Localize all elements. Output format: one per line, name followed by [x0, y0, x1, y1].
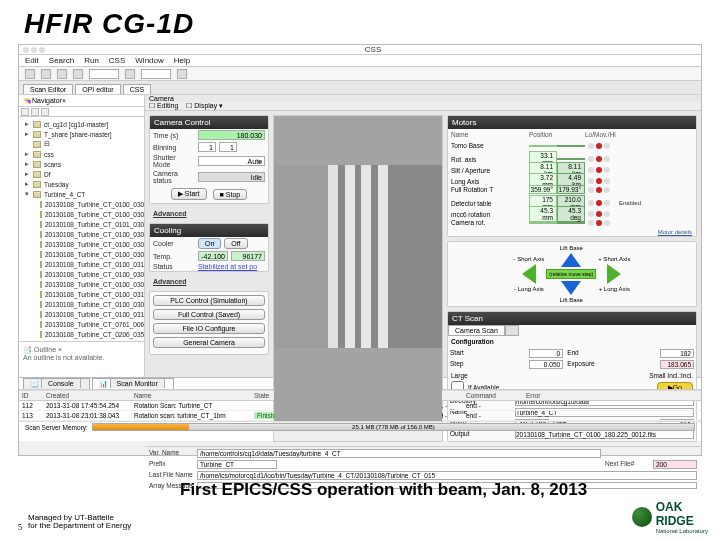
- tree-item[interactable]: 20130108_Turbine_CT_0100_030.250_0009.fi…: [23, 269, 142, 279]
- stop-button[interactable]: ■ Stop: [213, 189, 248, 200]
- cooling-status: Stabilized at set po: [198, 263, 257, 270]
- tab-camera-scan[interactable]: Camera Scan: [448, 325, 505, 336]
- tree-item[interactable]: ▸ct_cg1d [cg1d-master]: [23, 119, 142, 129]
- window-title: CSS: [365, 45, 381, 54]
- camera-control-panel: Camera Control Time (s)180.030 Binning11…: [149, 115, 269, 204]
- motor-row: Long Axis3.72 mm4.49 km: [448, 173, 696, 184]
- motor-row: Rot. axis33.1 mm: [448, 151, 696, 162]
- nav-link-icon[interactable]: [31, 108, 39, 116]
- tree-item[interactable]: ▸Tuesday: [23, 179, 142, 189]
- tab-other-scan[interactable]: [505, 325, 519, 336]
- bin-y-field[interactable]: 1: [219, 142, 237, 152]
- motor-row: Detector table175 mm210.0 mmEnabled: [448, 195, 696, 206]
- cooler-off-button[interactable]: Off: [224, 238, 247, 249]
- scan-step[interactable]: 0.050: [529, 360, 563, 369]
- nav-menu-icon[interactable]: [41, 108, 49, 116]
- scan-end[interactable]: 182: [660, 349, 694, 358]
- toolbar-icon[interactable]: [125, 69, 135, 79]
- tree-item[interactable]: 20130108_Turbine_CT_0100_031.000_0009.fi…: [23, 259, 142, 269]
- tree-item[interactable]: 20130108_Turbine_CT_0100_030.000_0004.fi…: [23, 249, 142, 259]
- tree-item[interactable]: 20130108_Turbine_CT_0100_031.250_0010.fi…: [23, 289, 142, 299]
- plc-control-button[interactable]: PLC Control (Simulation): [153, 295, 265, 306]
- tree-item[interactable]: 20130108_Turbine_CT_0761_006.425_0012.fi…: [23, 319, 142, 329]
- menubar: Edit Search Run CSS Window Help: [19, 55, 701, 67]
- slide-title: HFIR CG-1D: [0, 0, 720, 46]
- scan-start[interactable]: 0: [529, 349, 563, 358]
- general-camera-button[interactable]: General Camera: [153, 337, 265, 348]
- motors-panel: Motors NamePositionLo/Mov./Hi Tomo BaseR…: [447, 115, 697, 237]
- start-button[interactable]: ▶ Start: [171, 188, 207, 200]
- tree-item[interactable]: 20130108_Turbine_CT_0100_030.000_0003.fi…: [23, 199, 142, 209]
- close-icon[interactable]: [23, 47, 29, 53]
- navigator-toolbar: [19, 107, 144, 117]
- ornl-leaf-icon: [632, 507, 652, 527]
- detector-image: [273, 115, 443, 442]
- menu-run[interactable]: Run: [84, 56, 99, 65]
- tree-item[interactable]: 20130108_Turbine_CT_0100_030.050_0003.fi…: [23, 209, 142, 219]
- lift-up[interactable]: [561, 253, 581, 267]
- slide-caption: First EPICS/CSS operation with beam, Jan…: [180, 480, 587, 500]
- menu-window[interactable]: Window: [135, 56, 163, 65]
- toolbar-icon[interactable]: [25, 69, 35, 79]
- tab-camera[interactable]: Camera: [149, 95, 174, 102]
- toolbar-icon[interactable]: [177, 69, 187, 79]
- tab-css[interactable]: CSS: [123, 84, 151, 94]
- tree-item[interactable]: ▸Df: [23, 169, 142, 179]
- menu-search[interactable]: Search: [49, 56, 74, 65]
- minimize-icon[interactable]: [31, 47, 37, 53]
- cooler-on-button[interactable]: On: [198, 238, 221, 249]
- nav-collapse-icon[interactable]: [21, 108, 29, 116]
- toolbar-icon[interactable]: [41, 69, 51, 79]
- tab-scan-editor[interactable]: Scan Editor: [23, 84, 73, 94]
- advanced-toggle[interactable]: Advanced: [149, 208, 269, 219]
- tree-item[interactable]: ▸scans: [23, 159, 142, 169]
- tab-opi-editor[interactable]: OPI editor: [75, 84, 121, 94]
- fileio-button[interactable]: File IO Configure: [153, 323, 265, 334]
- toolbar-icon[interactable]: [73, 69, 83, 79]
- shutter-mode-combo[interactable]: Auto: [198, 156, 265, 166]
- slide-footer: First EPICS/CSS operation with beam, Jan…: [0, 458, 720, 540]
- editor-area: Camera ☐ Editing ☐ Display ▾ Camera Cont…: [145, 95, 701, 377]
- tree-item[interactable]: ▸T_share [share-master]: [23, 129, 142, 139]
- full-control-button[interactable]: Full Control (Saved): [153, 309, 265, 320]
- exposure-time-field[interactable]: 180.030: [198, 130, 265, 140]
- menu-help[interactable]: Help: [174, 56, 190, 65]
- tab-scan-monitor[interactable]: 📊 Scan Monitor: [92, 378, 174, 389]
- var-name-field[interactable]: /home/controls/cg1d/data/Tuesday/turbine…: [197, 449, 601, 458]
- tree-item[interactable]: 20130108_Turbine_CT_0100_030.250_0011.fi…: [23, 299, 142, 309]
- perspective-tabs: Scan Editor OPI editor CSS: [19, 81, 701, 95]
- tree-item[interactable]: 20130108_Turbine_CT_0100_030.500_0007.fi…: [23, 229, 142, 239]
- lift-down[interactable]: [561, 281, 581, 295]
- navigator-tree[interactable]: ▸ct_cg1d [cg1d-master]▸T_share [share-ma…: [19, 117, 144, 341]
- tree-item[interactable]: 20130108_Turbine_CT_0100_030.750_0008.fi…: [23, 239, 142, 249]
- short-axis-plus[interactable]: [607, 264, 621, 284]
- titlebar: CSS: [19, 45, 701, 55]
- jog-arrows: - Short Axis- Long Axis Lift Base (relat…: [447, 241, 697, 307]
- page-number: 5: [18, 523, 22, 532]
- mode-display[interactable]: ☐ Display ▾: [186, 102, 223, 110]
- zoom-icon[interactable]: [39, 47, 45, 53]
- menu-css[interactable]: CSS: [109, 56, 125, 65]
- motor-details-link[interactable]: Motor details: [448, 228, 696, 236]
- toolbar-icon[interactable]: [57, 69, 67, 79]
- toolbar-field[interactable]: [89, 69, 119, 79]
- tree-item[interactable]: 20130108_Turbine_CT_0206_035.600_0014.fi…: [23, 329, 142, 339]
- tree-item[interactable]: ▸css: [23, 149, 142, 159]
- tree-item[interactable]: 20130108_Turbine_CT_0100_030.275_0010.fi…: [23, 279, 142, 289]
- advanced-toggle-2[interactable]: Advanced: [149, 276, 269, 287]
- scan-exposure[interactable]: 183.065: [660, 360, 694, 369]
- short-axis-minus[interactable]: [522, 264, 536, 284]
- menu-edit[interactable]: Edit: [25, 56, 39, 65]
- bin-x-field[interactable]: 1: [198, 142, 216, 152]
- mode-editing[interactable]: ☐ Editing: [149, 102, 178, 110]
- toolbar-percent[interactable]: [141, 69, 171, 79]
- camera-status: Idle: [198, 172, 265, 182]
- tree-item[interactable]: ⊟: [23, 139, 142, 149]
- tab-console[interactable]: 📃 Console: [23, 378, 90, 389]
- tree-item[interactable]: ▾Turbine_4_CT: [23, 189, 142, 199]
- motor-row: Tomo Base: [448, 140, 696, 151]
- cooling-panel: Cooling Cooler On Off Temp.-42.10096177 …: [149, 223, 269, 272]
- tree-item[interactable]: 20130108_Turbine_CT_0101_030.250_0007.fi…: [23, 219, 142, 229]
- tree-item[interactable]: 20130108_Turbine_CT_0100_031.500_0011.fi…: [23, 309, 142, 319]
- motor-row: Slit / Aperture8.11 km8.11 km: [448, 162, 696, 173]
